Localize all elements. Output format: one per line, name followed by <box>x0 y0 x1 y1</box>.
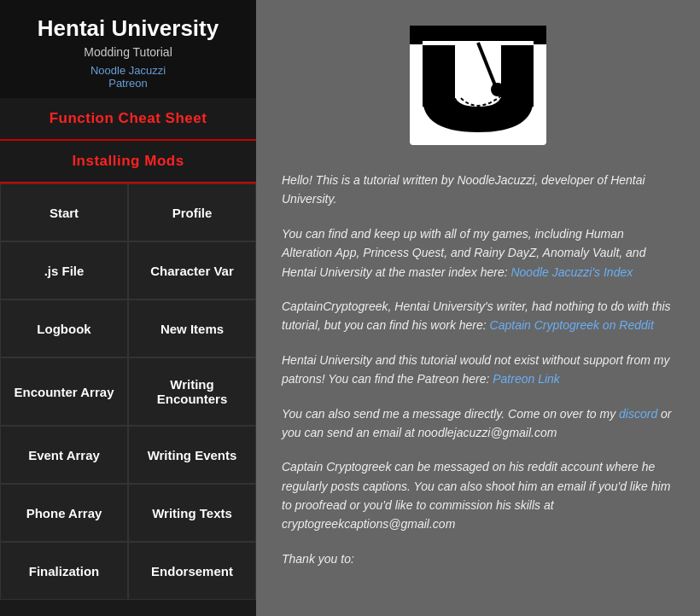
para4-prefix: Hentai University and this tutorial woul… <box>282 353 669 386</box>
app-title: Hentai University <box>9 15 248 42</box>
nav-logbook[interactable]: Logbook <box>0 299 128 357</box>
captain-crypto-link[interactable]: Captain Cryptogreek on Reddit <box>490 318 654 332</box>
logo-container <box>282 17 674 154</box>
nav-start[interactable]: Start <box>0 183 128 241</box>
logo-icon <box>401 17 555 154</box>
para2: You can find and keep up with all of my … <box>282 224 674 282</box>
para7-section: Thank you to: <box>282 549 674 568</box>
noodle-index-link[interactable]: Noodle Jacuzzi's Index <box>510 265 633 279</box>
installing-mods-button[interactable]: Installing Mods <box>0 141 256 183</box>
nav-writing-texts[interactable]: Writing Texts <box>128 484 256 542</box>
function-cheat-sheet-button[interactable]: Function Cheat Sheet <box>0 98 256 141</box>
discord-link[interactable]: discord <box>619 407 657 421</box>
para5-prefix: You can also send me a message directly.… <box>282 407 619 421</box>
nav-finalization[interactable]: Finalization <box>0 542 128 600</box>
nav-phone-array[interactable]: Phone Array <box>0 484 128 542</box>
para4-section: Hentai University and this tutorial woul… <box>282 351 674 389</box>
noodle-jacuzzi-link[interactable]: Noodle Jacuzzi <box>9 64 248 77</box>
nav-writing-events[interactable]: Writing Events <box>128 426 256 484</box>
nav-endorsement[interactable]: Endorsement <box>128 542 256 600</box>
para4: Hentai University and this tutorial woul… <box>282 351 674 389</box>
nav-profile[interactable]: Profile <box>128 183 256 241</box>
nav-event-array[interactable]: Event Array <box>0 426 128 484</box>
nav-grid: Start Profile .js File Character Var Log… <box>0 183 256 600</box>
para2-section: You can find and keep up with all of my … <box>282 224 674 282</box>
nav-encounter-array[interactable]: Encounter Array <box>0 357 128 426</box>
nav-new-items[interactable]: New Items <box>128 299 256 357</box>
sidebar-header: Hentai University Modding Tutorial Noodl… <box>0 0 256 98</box>
para1: Hello! This is a tutorial written by Noo… <box>282 171 674 209</box>
para6-section: Captain Cryptogreek can be messaged on h… <box>282 457 674 534</box>
nav-js-file[interactable]: .js File <box>0 241 128 299</box>
patreon-main-link[interactable]: Patreon Link <box>493 372 560 386</box>
nav-character-var[interactable]: Character Var <box>128 241 256 299</box>
para6: Captain Cryptogreek can be messaged on h… <box>282 457 674 534</box>
nav-writing-encounters[interactable]: Writing Encounters <box>128 357 256 426</box>
para3: CaptainCryptogreek, Hentai University's … <box>282 297 674 335</box>
para1-section: Hello! This is a tutorial written by Noo… <box>282 171 674 209</box>
para3-section: CaptainCryptogreek, Hentai University's … <box>282 297 674 335</box>
main-content: Hello! This is a tutorial written by Noo… <box>256 0 700 616</box>
patreon-link[interactable]: Patreon <box>9 77 248 90</box>
sidebar: Hentai University Modding Tutorial Noodl… <box>0 0 256 616</box>
para5: You can also send me a message directly.… <box>282 404 674 443</box>
para5-section: You can also send me a message directly.… <box>282 404 674 443</box>
para7: Thank you to: <box>282 549 674 568</box>
app-subtitle: Modding Tutorial <box>9 45 248 59</box>
svg-point-7 <box>491 83 505 96</box>
